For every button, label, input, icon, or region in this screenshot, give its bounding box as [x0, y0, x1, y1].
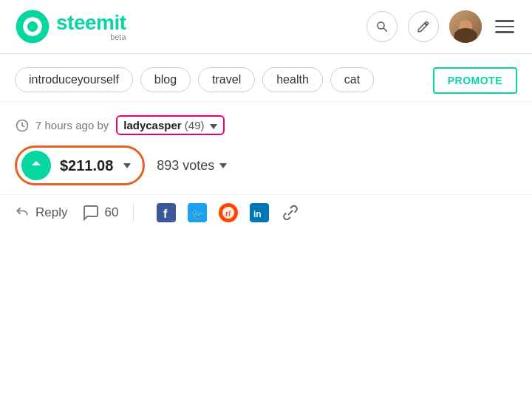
- reddit-svg: r/: [219, 203, 238, 222]
- post-meta: 7 hours ago by ladycasper (49): [0, 102, 532, 140]
- logo-area: steemit beta: [15, 9, 366, 44]
- twitter-svg: 🐦: [188, 203, 207, 222]
- svg-text:🐦: 🐦: [191, 208, 205, 221]
- reply-label[interactable]: Reply: [35, 205, 67, 220]
- link-svg: [281, 203, 300, 222]
- reply-icon: [15, 205, 30, 220]
- vote-highlight: $211.08: [15, 145, 145, 185]
- twitter-icon[interactable]: 🐦: [187, 202, 208, 223]
- logo-text[interactable]: steemit: [56, 13, 126, 33]
- facebook-svg: f: [157, 203, 176, 222]
- upvote-button[interactable]: [21, 151, 51, 180]
- copy-link-icon[interactable]: [280, 202, 301, 223]
- reddit-icon[interactable]: r/: [218, 202, 239, 223]
- linkedin-icon[interactable]: in: [249, 202, 270, 223]
- upvote-icon: [30, 159, 43, 172]
- comment-count: 60: [104, 205, 118, 220]
- vote-amount-dropdown[interactable]: [123, 163, 131, 168]
- header-icons: [366, 10, 517, 43]
- author-highlight: ladycasper (49): [116, 115, 224, 135]
- logo-text-wrap: steemit beta: [56, 13, 126, 41]
- avatar[interactable]: [449, 10, 482, 43]
- hamburger-line-3: [495, 31, 514, 33]
- svg-point-2: [27, 21, 38, 32]
- header: steemit beta: [0, 0, 532, 54]
- comment-area[interactable]: 60: [82, 204, 118, 222]
- search-icon: [375, 20, 389, 33]
- votes-count-area: 893 votes: [157, 158, 227, 174]
- linkedin-svg: in: [250, 203, 269, 222]
- clock-icon: [15, 118, 30, 133]
- hamburger-line-1: [495, 20, 514, 22]
- tag-blog[interactable]: blog: [140, 67, 191, 92]
- reply-area[interactable]: Reply: [15, 205, 67, 220]
- steemit-logo-icon[interactable]: [15, 9, 50, 44]
- search-button[interactable]: [366, 11, 398, 42]
- votes-count-text: 893 votes: [157, 158, 214, 174]
- tags-section: introduceyourself blog travel health cat…: [0, 54, 532, 102]
- tag-health[interactable]: health: [262, 67, 323, 92]
- upvote-wrap: [21, 151, 51, 180]
- facebook-icon[interactable]: f: [156, 202, 177, 223]
- tag-introduceyourself[interactable]: introduceyourself: [15, 67, 133, 92]
- vote-area: $211.08 893 votes: [0, 140, 532, 194]
- hamburger-line-2: [495, 26, 514, 28]
- votes-dropdown[interactable]: [219, 163, 227, 168]
- author-rep: (49): [185, 119, 205, 131]
- time-ago-text: 7 hours ago by: [35, 119, 109, 131]
- tags-list: introduceyourself blog travel health cat: [15, 67, 426, 92]
- svg-line-4: [383, 28, 387, 32]
- vote-amount: $211.08: [60, 157, 113, 174]
- tag-travel[interactable]: travel: [198, 67, 255, 92]
- svg-point-3: [378, 22, 384, 29]
- svg-text:in: in: [253, 209, 262, 219]
- author-dropdown-arrow[interactable]: [210, 124, 217, 129]
- social-icons: f 🐦 r/ in: [156, 202, 301, 223]
- promote-button[interactable]: PROMOTE: [433, 67, 517, 94]
- menu-button[interactable]: [492, 17, 517, 36]
- author-name[interactable]: ladycasper: [123, 119, 181, 131]
- svg-text:f: f: [163, 208, 168, 220]
- svg-text:r/: r/: [225, 209, 231, 218]
- logo-beta: beta: [56, 33, 126, 41]
- actions-row: Reply 60 f 🐦 r/: [0, 194, 532, 235]
- tag-cat[interactable]: cat: [330, 67, 374, 92]
- comment-icon: [82, 204, 100, 222]
- edit-icon: [417, 20, 430, 33]
- edit-button[interactable]: [408, 11, 439, 42]
- divider: [133, 204, 134, 222]
